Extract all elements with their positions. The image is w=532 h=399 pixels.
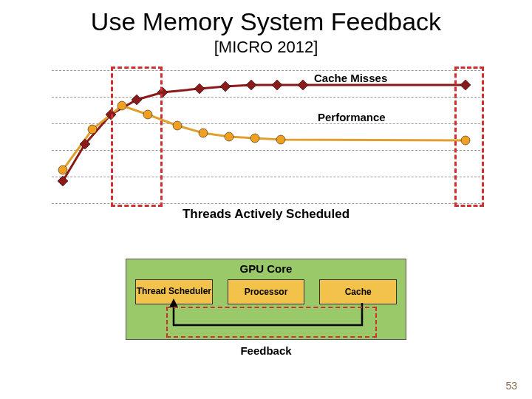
svg-rect-6 <box>220 81 231 92</box>
processor-block: Processor <box>228 279 305 304</box>
processor-label: Processor <box>245 287 288 297</box>
feedback-label: Feedback <box>0 344 532 357</box>
page-number: 53 <box>505 380 517 392</box>
svg-rect-9 <box>298 80 308 90</box>
label-performance: Performance <box>318 111 386 123</box>
gpu-core-title: GPU Core <box>126 262 406 275</box>
svg-rect-0 <box>58 176 68 186</box>
cache-block: Cache <box>319 279 397 304</box>
thread-scheduler-label: Thread Scheduler <box>137 287 211 296</box>
cache-label: Cache <box>345 287 372 297</box>
svg-rect-7 <box>246 80 256 90</box>
highlight-box-right <box>454 66 484 207</box>
page-subtitle: [MICRO 2012] <box>0 38 532 57</box>
svg-rect-5 <box>194 83 205 94</box>
highlight-box-left <box>111 66 163 207</box>
svg-rect-8 <box>272 80 282 90</box>
svg-point-18 <box>250 134 259 143</box>
svg-point-15 <box>173 121 182 130</box>
svg-point-19 <box>276 135 285 144</box>
svg-point-11 <box>58 166 67 174</box>
svg-point-12 <box>88 125 97 134</box>
label-cache-misses: Cache Misses <box>314 72 387 84</box>
gpu-blocks-row: Thread Scheduler Processor Cache <box>126 275 406 304</box>
svg-point-17 <box>225 132 233 141</box>
thread-scheduler-block: Thread Scheduler <box>135 279 213 304</box>
xaxis-label: Threads Actively Scheduled <box>0 207 532 222</box>
chart-container: Cache Misses Performance <box>52 70 480 203</box>
svg-point-16 <box>199 129 208 137</box>
page-title: Use Memory System Feedback <box>0 7 532 36</box>
feedback-highlight-box <box>166 307 377 338</box>
